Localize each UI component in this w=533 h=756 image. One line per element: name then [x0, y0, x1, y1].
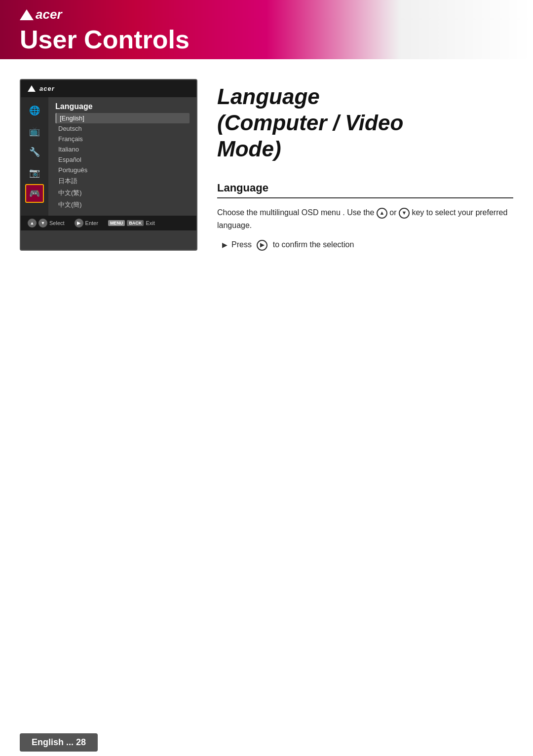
- footer-select: ▲ ▼ Select: [28, 219, 65, 227]
- select-label: Select: [49, 220, 65, 226]
- acer-triangle-icon: [20, 9, 34, 20]
- down-btn: ▼: [38, 219, 47, 227]
- osd-menu-item-4[interactable]: Español: [55, 154, 190, 165]
- page-title: User Controls: [20, 25, 190, 54]
- footer-ellipsis: ...: [66, 737, 76, 747]
- osd-header: acer: [21, 80, 196, 97]
- osd-footer: ▲ ▼ Select ▶ Enter MENU BACK Exit: [21, 216, 196, 230]
- right-content: Language(Computer / VideoMode) Language …: [217, 79, 513, 251]
- osd-menu-main: Language [English] Deutsch Français Ital…: [48, 97, 196, 216]
- feature-title: Language(Computer / VideoMode): [217, 84, 513, 162]
- osd-menu-item-2[interactable]: Français: [55, 134, 190, 144]
- description-paragraph: Choose the multilingual OSD menu . Use t…: [217, 206, 513, 231]
- osd-sidebar: 🌐 📺 🔧 📷 🎮: [21, 97, 48, 216]
- down-key-icon: ▼: [399, 208, 410, 219]
- osd-icon-3: 📷: [25, 163, 44, 182]
- menu-badge: MENU: [108, 220, 125, 226]
- main-content: acer 🌐 📺 🔧 📷 🎮 Language [English] Deutsc…: [0, 59, 533, 270]
- page-footer: English ... 28: [0, 728, 533, 756]
- acer-logo: acer: [20, 7, 62, 22]
- bullet-text: Press ▶ to confirm the selection: [231, 240, 354, 251]
- osd-body: 🌐 📺 🔧 📷 🎮 Language [English] Deutsch Fra…: [21, 97, 196, 216]
- osd-acer-logo: acer: [39, 85, 55, 92]
- footer-exit: MENU BACK Exit: [108, 220, 155, 226]
- enter-btn: ▶: [75, 219, 83, 227]
- enter-label: Enter: [85, 220, 98, 226]
- footer-language-badge: English ... 28: [20, 733, 98, 752]
- up-key-icon: ▲: [377, 208, 387, 219]
- osd-icon-2: 🔧: [25, 143, 44, 161]
- page-header: acer User Controls: [0, 0, 533, 59]
- osd-menu-item-1[interactable]: Deutsch: [55, 123, 190, 134]
- enter-key-icon: ▶: [257, 240, 267, 251]
- footer-page-number: 28: [76, 737, 86, 747]
- osd-menu-item-3[interactable]: Italiano: [55, 144, 190, 154]
- osd-icon-4: 🎮: [25, 184, 44, 203]
- bullet-confirm: ▶ Press ▶ to confirm the selection: [222, 240, 513, 251]
- language-section-title: Language: [217, 182, 513, 198]
- osd-menu-item-0[interactable]: [English]: [55, 113, 190, 123]
- osd-menu-item-7[interactable]: 中文(繁): [55, 187, 190, 199]
- osd-icon-0: 🌐: [25, 101, 44, 120]
- osd-menu-item-6[interactable]: 日本語: [55, 175, 190, 187]
- osd-menu-item-5[interactable]: Português: [55, 165, 190, 175]
- desc-text-2: or: [389, 208, 396, 217]
- confirm-label: to confirm the selection: [273, 240, 354, 249]
- up-btn: ▲: [28, 219, 37, 227]
- desc-text-1: Choose the multilingual OSD menu . Use t…: [217, 208, 374, 217]
- feature-title-text: Language(Computer / VideoMode): [217, 84, 403, 161]
- acer-wordmark: acer: [36, 7, 62, 22]
- osd-acer-triangle: [28, 85, 36, 92]
- footer-language: English: [32, 737, 64, 747]
- osd-panel: acer 🌐 📺 🔧 📷 🎮 Language [English] Deutsc…: [20, 79, 197, 251]
- exit-label: Exit: [146, 220, 154, 226]
- bullet-arrow-icon: ▶: [222, 241, 228, 249]
- osd-menu-title: Language: [55, 102, 190, 111]
- back-badge: BACK: [127, 220, 144, 226]
- osd-icon-1: 📺: [25, 122, 44, 141]
- footer-enter: ▶ Enter: [75, 219, 98, 227]
- press-label: Press: [231, 240, 252, 249]
- osd-menu-item-8[interactable]: 中文(簡): [55, 199, 190, 211]
